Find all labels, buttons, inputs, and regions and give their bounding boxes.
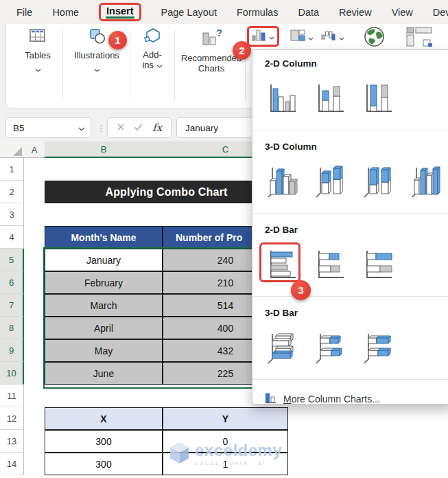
ribbon-tab-bar: FileHomeInsertPage LayoutFormulasDataRev… [0, 0, 448, 24]
ribbon-group-divider [130, 30, 130, 101]
illustrations-label: Illustrations [74, 50, 119, 60]
recommended-charts-label: Recommended Charts [180, 53, 243, 73]
tab-view[interactable]: View [392, 7, 413, 18]
maps-button[interactable] [363, 25, 386, 51]
formula-value: January [185, 123, 218, 133]
ribbon-group-divider [62, 30, 63, 101]
y-value-cell[interactable]: 1 [163, 453, 288, 475]
insert-waterfall-chart-button[interactable] [321, 30, 344, 45]
x-header-cell[interactable]: X [45, 407, 163, 430]
month-cell-june[interactable]: June [45, 362, 163, 385]
pivotchart-icon [405, 26, 433, 50]
column-header-A[interactable]: A [24, 141, 45, 158]
stacked-bar-100-icon[interactable] [361, 245, 395, 284]
active-tab-underline [106, 16, 134, 19]
month-name-header-cell[interactable]: Month's Name [45, 226, 163, 249]
x-value-cell[interactable]: 300 [45, 430, 163, 453]
stacked-column-100-3d-icon[interactable] [361, 162, 395, 201]
maps-globe-icon [363, 25, 386, 51]
tables-button[interactable]: Tables [16, 28, 60, 75]
tab-formulas[interactable]: Formulas [237, 7, 278, 18]
tables-icon [29, 28, 47, 47]
add-ins-icon [144, 28, 161, 46]
more-column-charts-label: More Column Charts... [283, 394, 380, 405]
insert-column-or-bar-chart-button[interactable] [247, 26, 279, 47]
menu-icons-2-d-column [265, 79, 448, 117]
menu-section-title-3-d-column: 3-D Column [265, 141, 448, 154]
y-value-cell[interactable]: 0 [163, 430, 288, 453]
menu-divider [252, 296, 448, 297]
name-box[interactable]: B5 [5, 117, 91, 138]
row-header-8[interactable]: 8 [0, 317, 24, 339]
month-cell-april[interactable]: April [45, 317, 163, 339]
tab-page-layout[interactable]: Page Layout [161, 7, 217, 18]
insert-hierarchy-chart-button[interactable] [290, 30, 314, 45]
menu-section-title-2-d-column: 2-D Column [265, 58, 448, 71]
clustered-column-icon[interactable] [265, 79, 299, 117]
row-header-14[interactable]: 14 [0, 453, 24, 475]
enter-check-icon[interactable] [134, 122, 143, 134]
month-cell-may[interactable]: May [45, 339, 163, 362]
clustered-column-3d-icon[interactable] [265, 162, 299, 201]
insert-function-icon[interactable]: fx [152, 122, 162, 134]
illustrations-icon [89, 28, 106, 47]
step2-badge: 2 [233, 41, 251, 60]
row-header-7[interactable]: 7 [0, 294, 24, 317]
select-all-button[interactable] [0, 141, 24, 158]
chevron-down-icon [94, 62, 100, 75]
chevron-down-icon [78, 123, 85, 133]
add-ins-button[interactable]: Add-ins [135, 28, 169, 70]
y-header-cell[interactable]: Y [163, 407, 288, 430]
tab-home[interactable]: Home [52, 7, 79, 18]
cancel-x-icon[interactable] [117, 122, 125, 134]
pivotchart-button[interactable] [405, 26, 433, 50]
chart-type-dropdown: 2-D Column3-D Column2-D Bar3-D Bar More … [252, 49, 448, 405]
clustered-bar-3d-icon[interactable] [265, 328, 299, 367]
stacked-bar-icon[interactable] [313, 245, 347, 284]
tables-label: Tables [25, 50, 51, 60]
row-header-4[interactable]: 4 [0, 226, 24, 249]
menu-icons-3-d-column [265, 162, 448, 201]
tab-file[interactable]: File [16, 7, 32, 18]
row-header-3[interactable]: 3 [0, 203, 24, 226]
tab-dev[interactable]: Dev [433, 7, 448, 18]
month-cell-march[interactable]: March [45, 294, 163, 317]
stacked-bar-3d-icon[interactable] [313, 328, 347, 367]
insert-column-or-bar-chart-icon [252, 29, 266, 44]
stacked-column-icon[interactable] [313, 79, 347, 117]
recommended-charts-icon: ? [200, 28, 222, 49]
row-header-12[interactable]: 12 [0, 407, 24, 430]
x-value-cell[interactable]: 300 [45, 453, 163, 475]
step1-badge: 1 [108, 31, 127, 49]
formula-bar-divider: ⋮ [97, 117, 106, 138]
name-box-value: B5 [13, 123, 25, 133]
stacked-bar-100-3d-icon[interactable] [361, 328, 395, 367]
column-3d-icon[interactable] [409, 162, 443, 201]
row-header-10[interactable]: 10 [0, 362, 24, 385]
tab-data[interactable]: Data [298, 7, 319, 18]
svg-text:?: ? [216, 28, 222, 38]
more-column-charts-icon [265, 391, 276, 407]
chevron-down-icon [35, 62, 41, 75]
tab-insert[interactable]: Insert [99, 3, 141, 21]
tab-review[interactable]: Review [339, 7, 372, 18]
column-header-B[interactable]: B [45, 141, 163, 158]
row-header-5[interactable]: 5 [0, 249, 24, 271]
month-cell-february[interactable]: February [45, 271, 163, 294]
menu-icons-3-d-bar [265, 328, 448, 367]
chevron-down-icon [339, 31, 344, 43]
more-column-charts-item[interactable]: More Column Charts... [265, 391, 448, 407]
row-header-1[interactable]: 1 [0, 158, 24, 181]
row-header-11[interactable]: 11 [0, 385, 24, 407]
month-cell-january[interactable]: January [45, 249, 163, 271]
row-header-6[interactable]: 6 [0, 271, 24, 294]
chart-menu-sections: 2-D Column3-D Column2-D Bar3-D Bar [252, 58, 448, 380]
step3-badge: 3 [291, 280, 311, 300]
stacked-column-100-icon[interactable] [361, 79, 395, 117]
stacked-column-3d-icon[interactable] [313, 162, 347, 201]
row-header-9[interactable]: 9 [0, 339, 24, 362]
row-header-2[interactable]: 2 [0, 181, 24, 203]
insert-waterfall-chart-icon [321, 30, 336, 45]
menu-divider [252, 130, 448, 130]
row-header-13[interactable]: 13 [0, 430, 24, 453]
